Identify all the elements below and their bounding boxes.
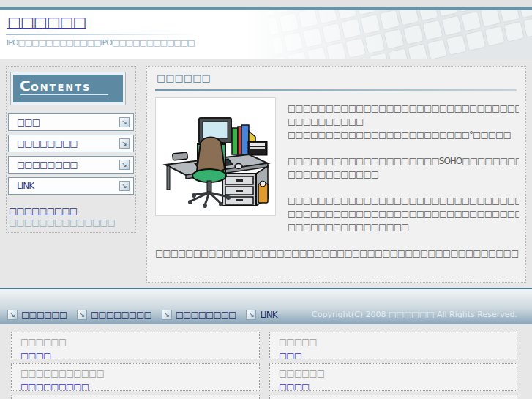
- top-strip: [0, 0, 532, 7]
- contents-heading-initial: C: [20, 77, 31, 94]
- sidebar-item-label: □□□□□□□□: [17, 160, 78, 170]
- footer-link-label: □□□□□□□□: [91, 310, 151, 320]
- arrow-icon[interactable]: ↘: [119, 181, 130, 191]
- bottom-cell-link[interactable]: □□□: [279, 350, 301, 359]
- bottom-cell: □□□□□□□□□□□ □□□□□□□□□: [11, 363, 260, 391]
- laptop-keyboard-photo: [245, 10, 532, 59]
- sidebar-note: □□□□□□□□□□□□□□: [9, 217, 115, 228]
- paragraph-5: □□□□□□□□□□□□□□□□□□□□□□□□□□□□□□□□□□□□□□□□…: [155, 273, 519, 277]
- arrow-icon[interactable]: ↘: [162, 310, 172, 320]
- heading-rule: [155, 89, 517, 91]
- footer-link-2[interactable]: ↘ □□□□□□□□: [77, 310, 151, 320]
- sidebar-item-top[interactable]: □□□ ↘: [8, 113, 134, 131]
- bottom-cell-link[interactable]: □□□□□□□□□: [20, 381, 89, 391]
- desk-clipart-image: [155, 97, 276, 216]
- bottom-cell-label: □□□□□□: [279, 368, 508, 379]
- site-tagline: IPO□□□□□□□□□□□□IPO□□□□□□□□□□□□: [7, 38, 195, 48]
- arrow-icon[interactable]: ↘: [119, 138, 130, 149]
- sidebar-item-3[interactable]: □□□□□□□□ ↘: [8, 156, 134, 174]
- bottom-cell: [269, 395, 517, 399]
- arrow-icon[interactable]: ↘: [7, 310, 18, 320]
- footer-link-label: LINK: [260, 310, 277, 320]
- footer-link-label: □□□□□□□□: [176, 310, 236, 320]
- content-body: □□□□□□□□□□□□□□□□□□□□□□□□□□□□□□□□□□□ □□□□…: [155, 96, 519, 277]
- bottom-cell-label: □□□□□: [279, 336, 508, 348]
- footer-link-link[interactable]: ↘ LINK: [246, 310, 277, 320]
- contents-heading-inner: CONTENTS: [13, 75, 123, 102]
- bottom-cell: [11, 395, 260, 399]
- contents-heading-box: CONTENTS: [10, 72, 126, 105]
- arrow-icon[interactable]: ↘: [246, 310, 256, 320]
- sidebar-item-label: □□□□□□□□: [17, 138, 78, 149]
- bottom-link-grid: □□□□□□ □□□□ □□□□□ □□□ □□□□□□□□□□□ □□□□□□…: [11, 332, 517, 399]
- title-rule: [6, 34, 198, 35]
- site-title-link[interactable]: □□□□□□: [7, 13, 86, 31]
- arrow-icon[interactable]: ↘: [119, 117, 130, 127]
- desk-clipart-graphic: [161, 102, 271, 212]
- contents-heading-text: ONTENTS: [31, 82, 91, 93]
- copyright-text: Copyright(C) 2008 □□□□□□ All Rights Rese…: [312, 310, 517, 319]
- bottom-cell: □□□□□ □□□: [269, 332, 517, 359]
- bottom-cell: □□□□□□ □□□□: [269, 363, 517, 391]
- sidebar-item-2[interactable]: □□□□□□□□ ↘: [8, 135, 134, 152]
- contents-underline: [20, 94, 108, 95]
- sidebar-item-label: □□□: [17, 117, 40, 127]
- sidebar-strong-link[interactable]: □□□□□□□□□: [9, 206, 77, 216]
- bottom-cell-label: □□□□□□□□□□□: [20, 368, 250, 379]
- sidebar-item-link[interactable]: LINK ↘: [8, 177, 134, 195]
- sidebar: CONTENTS □□□ ↘ □□□□□□□□ ↘ □□□□□□□□ ↘ LIN…: [6, 66, 136, 233]
- content-heading: □□□□□□: [157, 72, 211, 83]
- laptop-keyboard-graphic: [245, 10, 532, 59]
- footer-link-top[interactable]: ↘ □□□□□□: [7, 310, 67, 320]
- header: □□□□□□ IPO□□□□□□□□□□□□IPO□□□□□□□□□□□□: [0, 10, 532, 59]
- arrow-icon[interactable]: ↘: [77, 310, 87, 320]
- sidebar-menu: □□□ ↘ □□□□□□□□ ↘ □□□□□□□□ ↘ LINK ↘: [8, 113, 134, 198]
- footer-nav: ↘ □□□□□□ ↘ □□□□□□□□ ↘ □□□□□□□□ ↘ LINK: [7, 310, 277, 320]
- main-content-panel: □□□□□□: [146, 66, 526, 283]
- page: □□□□□□ IPO□□□□□□□□□□□□IPO□□□□□□□□□□□□ CO…: [0, 0, 532, 399]
- bottom-cell-label: □□□□□□: [20, 336, 250, 348]
- bottom-cell: □□□□□□ □□□□: [11, 332, 260, 359]
- bottom-cell-link[interactable]: □□□□: [279, 381, 309, 391]
- sidebar-item-label: LINK: [17, 181, 34, 191]
- footer-bar: ↘ □□□□□□ ↘ □□□□□□□□ ↘ □□□□□□□□ ↘ LINK Co…: [0, 288, 532, 324]
- footer-link-label: □□□□□□: [21, 310, 67, 320]
- paragraph-4: □□□□□□□□□□□□□□□□□□□□□□□□□□□□□□□□□□□□□□□□…: [155, 247, 519, 260]
- arrow-icon[interactable]: ↘: [119, 160, 130, 170]
- footer-link-3[interactable]: ↘ □□□□□□□□: [162, 310, 236, 320]
- bottom-cell-link[interactable]: □□□□: [20, 350, 50, 359]
